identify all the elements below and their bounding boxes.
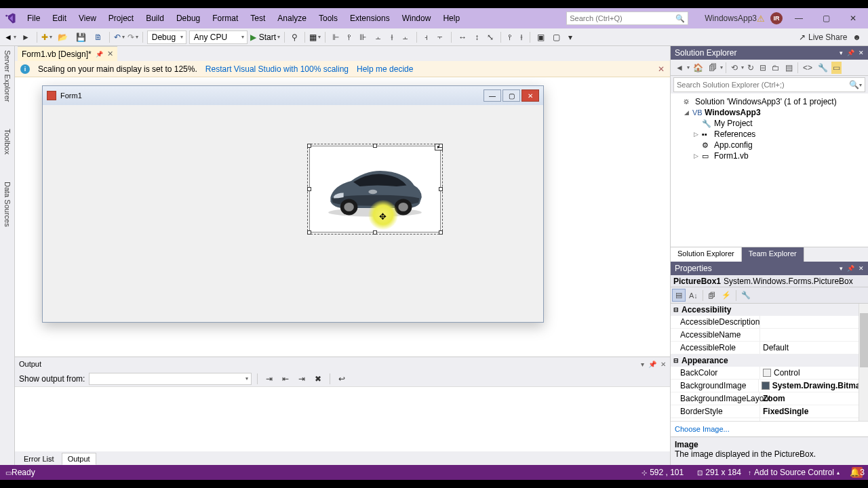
server-explorer-tab[interactable]: Server Explorer bbox=[3, 50, 12, 102]
output-text-area[interactable] bbox=[15, 387, 670, 451]
infobar-close-icon[interactable]: ✕ bbox=[658, 64, 665, 74]
pin-icon[interactable]: 📌 bbox=[648, 361, 656, 368]
align-right-icon[interactable]: ⊪ bbox=[357, 31, 369, 43]
form-client-area[interactable]: ▸ bbox=[43, 105, 543, 322]
user-avatar[interactable]: IR bbox=[770, 12, 783, 24]
form-maximize-button[interactable]: ▢ bbox=[502, 89, 520, 102]
output-wrap-icon[interactable]: ↩ bbox=[336, 373, 348, 385]
tree-project-node[interactable]: ◢VBWindowsApp3 bbox=[671, 107, 868, 118]
resize-handle-s[interactable] bbox=[373, 230, 377, 235]
help-decide-link[interactable]: Help me decide bbox=[357, 64, 413, 74]
resize-handle-nw[interactable] bbox=[307, 144, 311, 148]
tab-error-list[interactable]: Error List bbox=[18, 453, 60, 465]
vspace-equal-icon[interactable]: ⫟ bbox=[433, 31, 447, 43]
property-scrollbar[interactable] bbox=[859, 304, 868, 421]
events-icon[interactable]: ⚡ bbox=[719, 289, 734, 301]
view-code-icon[interactable]: <> bbox=[801, 62, 814, 74]
menu-view[interactable]: View bbox=[73, 11, 102, 26]
pin-icon[interactable]: 📌 bbox=[847, 49, 854, 56]
align-center-icon[interactable]: ⫯ bbox=[344, 31, 354, 43]
prop-accessiblerole[interactable]: AccessibleRoleDefault bbox=[671, 342, 868, 354]
tree-item-myproject[interactable]: 🔧My Project bbox=[671, 118, 868, 129]
output-source-combo[interactable]: ▾ bbox=[89, 373, 252, 385]
tree-solution-node[interactable]: ⛭Solution 'WindowsApp3' (1 of 1 project) bbox=[671, 96, 868, 107]
undo-button[interactable]: ↶▾ bbox=[114, 33, 125, 42]
panel-close-icon[interactable]: ✕ bbox=[859, 49, 864, 56]
collapse-all-icon[interactable]: ⊟ bbox=[757, 62, 768, 74]
hcenter-icon[interactable]: ⫯ bbox=[505, 31, 515, 43]
resize-handle-w[interactable] bbox=[307, 187, 311, 191]
sync-icon[interactable]: 🗐 bbox=[707, 62, 719, 74]
align-top-icon[interactable]: ⫠ bbox=[372, 31, 385, 43]
properties-page-icon[interactable]: 🗐 bbox=[705, 290, 718, 301]
property-object-combo[interactable]: PictureBox1System.Windows.Forms.PictureB… bbox=[671, 275, 868, 287]
prop-accessiblename[interactable]: AccessibleName bbox=[671, 329, 868, 342]
menu-debug[interactable]: Debug bbox=[171, 11, 205, 26]
tree-item-appconfig[interactable]: ⚙App.config bbox=[671, 140, 868, 150]
picturebox-control[interactable]: ▸ bbox=[309, 146, 441, 232]
prop-backgroundimage[interactable]: BackgroundImageSystem.Drawing.Bitmap bbox=[671, 380, 868, 392]
back-button[interactable]: ◄▾ bbox=[4, 33, 16, 42]
vcenter-icon[interactable]: ⫲ bbox=[517, 31, 526, 43]
feedback-icon[interactable]: ☻ bbox=[850, 31, 864, 43]
menu-build[interactable]: Build bbox=[140, 11, 170, 26]
live-share-button[interactable]: ↗Live Share bbox=[799, 33, 847, 42]
form-minimize-button[interactable]: — bbox=[484, 89, 501, 102]
view-designer-icon[interactable]: ▭ bbox=[831, 62, 842, 74]
align-left-icon[interactable]: ⊩ bbox=[330, 31, 342, 43]
pin-icon[interactable]: 📌 bbox=[847, 265, 854, 272]
properties-btn-icon[interactable]: 🔧 bbox=[816, 62, 830, 74]
prop-accessibledescription[interactable]: AccessibleDescription bbox=[671, 316, 868, 329]
panel-close-icon[interactable]: ✕ bbox=[859, 265, 864, 272]
quick-launch[interactable]: 🔍 bbox=[566, 12, 688, 25]
tree-item-references[interactable]: ▷▪▪References bbox=[671, 129, 868, 140]
open-file-button[interactable]: 📂 bbox=[55, 31, 71, 43]
tab-output[interactable]: Output bbox=[62, 453, 96, 465]
solution-search[interactable]: 🔍▾ bbox=[673, 77, 865, 92]
solution-search-input[interactable] bbox=[677, 81, 849, 89]
grid-button[interactable]: ▦▾ bbox=[309, 33, 321, 42]
window-restore-button[interactable]: ▢ bbox=[815, 12, 837, 25]
redo-button[interactable]: ↷▾ bbox=[127, 33, 138, 42]
size-width-icon[interactable]: ↔ bbox=[456, 31, 469, 43]
output-next-icon[interactable]: ⇥ bbox=[296, 373, 308, 385]
pin-icon[interactable]: 📌 bbox=[96, 51, 103, 58]
menu-format[interactable]: Format bbox=[207, 11, 243, 26]
prop-backcolor[interactable]: BackColorControl bbox=[671, 367, 868, 380]
start-button[interactable]: ▶Start▾ bbox=[250, 33, 280, 42]
pending-changes-icon[interactable]: ⟲ bbox=[729, 62, 740, 74]
find-button[interactable]: ⚲ bbox=[289, 31, 300, 43]
output-find-icon[interactable]: ⇥ bbox=[263, 373, 275, 385]
size-both-icon[interactable]: ⤡ bbox=[484, 31, 496, 43]
resize-handle-se[interactable] bbox=[439, 230, 443, 235]
menu-edit[interactable]: Edit bbox=[47, 11, 72, 26]
form-designer-surface[interactable]: Form1 — ▢ ✕ ▸ bbox=[15, 77, 670, 357]
document-tab-form1[interactable]: Form1.vb [Design]* 📌 ✕ bbox=[18, 46, 117, 61]
category-accessibility[interactable]: ⊟Accessibility bbox=[671, 304, 868, 316]
source-control-button[interactable]: ↑Add to Source Control▴ bbox=[748, 468, 840, 477]
quick-launch-input[interactable] bbox=[570, 14, 675, 22]
prop-borderstyle[interactable]: BorderStyleFixedSingle bbox=[671, 405, 868, 418]
refresh-icon[interactable]: ↻ bbox=[745, 62, 756, 74]
show-all-icon[interactable]: 🗀 bbox=[770, 62, 782, 74]
tab-solution-explorer[interactable]: Solution Explorer bbox=[671, 247, 742, 262]
align-middle-icon[interactable]: ⫲ bbox=[388, 31, 396, 43]
config-combo[interactable]: Debug▾ bbox=[147, 30, 186, 44]
resize-handle-ne[interactable] bbox=[439, 144, 443, 148]
window-close-button[interactable]: ✕ bbox=[842, 12, 864, 25]
resize-handle-sw[interactable] bbox=[307, 230, 311, 235]
menu-analyze[interactable]: Analyze bbox=[272, 11, 312, 26]
prop-cursor[interactable]: CursorDefault bbox=[671, 418, 868, 421]
menu-window[interactable]: Window bbox=[397, 11, 437, 26]
menu-extensions[interactable]: Extensions bbox=[344, 11, 395, 26]
menu-help[interactable]: Help bbox=[437, 11, 465, 26]
form-window[interactable]: Form1 — ▢ ✕ ▸ bbox=[42, 85, 544, 323]
menu-project[interactable]: Project bbox=[103, 11, 139, 26]
form-close-button[interactable]: ✕ bbox=[521, 89, 539, 102]
tab-team-explorer[interactable]: Team Explorer bbox=[742, 247, 804, 262]
bring-front-icon[interactable]: ▣ bbox=[534, 31, 547, 43]
resize-handle-n[interactable] bbox=[373, 144, 377, 148]
forward-button[interactable]: ► bbox=[19, 31, 33, 43]
save-all-button[interactable]: 🗎 bbox=[92, 31, 105, 43]
restart-scaling-link[interactable]: Restart Visual Studio with 100% scaling bbox=[205, 64, 349, 74]
